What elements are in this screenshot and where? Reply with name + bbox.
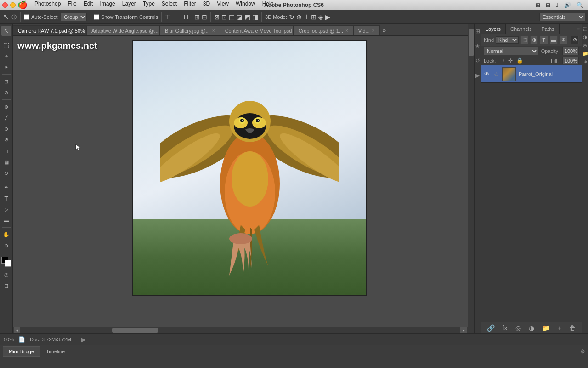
layer-item-parrot[interactable]: 👁 ◎ Parrot_Original xyxy=(481,65,582,83)
view-menu[interactable]: View xyxy=(217,0,229,9)
path-selection-tool[interactable]: ▷ xyxy=(1,204,11,214)
filter-toggle[interactable]: ⊘ xyxy=(571,36,579,44)
quick-select-tool[interactable]: ⁕ xyxy=(1,62,11,72)
three-d-scale-icon[interactable]: ◈ xyxy=(318,13,323,21)
adjustment-filter-icon[interactable]: ◑ xyxy=(530,36,538,44)
tabs-more-button[interactable]: » xyxy=(380,25,389,35)
window-menu[interactable]: Window xyxy=(236,0,255,9)
auto-select-checkbox[interactable] xyxy=(24,14,29,20)
tab-blur-gallery[interactable]: Blur Gallery.jpg @... × xyxy=(160,25,220,35)
clone-stamp-tool[interactable]: ⊕ xyxy=(1,124,11,134)
history-icon[interactable]: ↺ xyxy=(475,55,481,66)
help-menu[interactable]: Help xyxy=(262,0,274,9)
auto-select-dropdown[interactable]: Group Layer xyxy=(61,13,87,21)
pen-tool[interactable]: ✒ xyxy=(1,182,11,192)
align-bottom-icon[interactable]: ⊣ xyxy=(180,13,185,21)
type-filter-icon[interactable]: T xyxy=(540,36,548,44)
align-vert-center-icon[interactable]: ⊥ xyxy=(172,13,178,21)
dodge-tool[interactable]: ⊙ xyxy=(1,168,11,178)
background-color[interactable] xyxy=(5,260,11,267)
delete-layer-icon[interactable]: 🗑 xyxy=(569,324,576,332)
brush-tool[interactable]: ╱ xyxy=(1,113,11,123)
panel-options-icon[interactable]: ≡ xyxy=(575,24,582,34)
filter-menu[interactable]: Filter xyxy=(184,0,196,9)
three-d-rotate-icon[interactable]: ↻ xyxy=(289,13,294,21)
fr-icon-3[interactable]: ◎ xyxy=(582,42,588,48)
type-menu[interactable]: Type xyxy=(143,0,155,9)
scroll-left-arrow[interactable]: ◂ xyxy=(14,327,20,334)
file-menu[interactable]: File xyxy=(68,0,76,9)
align-right-icon[interactable]: ⊟ xyxy=(202,13,207,21)
fr-icon-1[interactable]: ⬚ xyxy=(582,26,588,31)
horizontal-scrollbar[interactable]: ◂ ▸ xyxy=(13,327,468,333)
tab-close-5[interactable]: × xyxy=(345,28,348,33)
blend-mode-dropdown[interactable]: Normal Multiply Screen Overlay xyxy=(484,47,538,55)
three-d-pan-icon[interactable]: ✛ xyxy=(304,13,309,21)
essentials-dropdown[interactable]: Essentials Design Painting xyxy=(539,13,585,21)
timeline-tab[interactable]: Timeline xyxy=(40,346,71,356)
select-menu[interactable]: Select xyxy=(162,0,177,9)
smart-filter-icon[interactable]: ⊕ xyxy=(560,36,567,44)
align-top-icon[interactable]: ⊤ xyxy=(165,13,170,21)
status-arrow-icon[interactable]: ▶ xyxy=(81,336,86,343)
add-style-icon[interactable]: fx xyxy=(503,324,508,332)
minimize-button[interactable] xyxy=(10,2,16,8)
distribute-icons-2[interactable]: ⊡ xyxy=(221,13,227,21)
distribute-icons-6[interactable]: ◨ xyxy=(252,13,258,21)
layer-visibility-toggle[interactable]: 👁 xyxy=(484,71,490,77)
layers-tab[interactable]: Layers xyxy=(481,24,506,34)
photoshop-menu[interactable]: Photoshop xyxy=(34,0,61,9)
canvas-scroll-area[interactable]: www.pkgames.net xyxy=(13,36,468,327)
add-mask-icon[interactable]: ◎ xyxy=(515,324,521,332)
distribute-icons[interactable]: ⊠ xyxy=(214,13,220,21)
add-group-icon[interactable]: 📁 xyxy=(542,324,550,332)
close-button[interactable] xyxy=(2,2,8,8)
distribute-icons-3[interactable]: ◫ xyxy=(229,13,235,21)
vscroll-thumb[interactable] xyxy=(469,29,474,56)
paths-tab[interactable]: Paths xyxy=(537,24,560,34)
fr-icon-4[interactable]: 📁 xyxy=(582,51,588,56)
lock-all-icon[interactable]: 🔒 xyxy=(516,58,523,64)
three-d-roll-icon[interactable]: ⊕ xyxy=(296,13,302,21)
type-tool[interactable]: T xyxy=(1,193,11,203)
eraser-tool[interactable]: ◻ xyxy=(1,146,11,156)
align-horiz-center-icon[interactable]: ⊞ xyxy=(194,13,200,21)
pixel-filter-icon[interactable]: ⬚ xyxy=(520,36,528,44)
marquee-tool[interactable]: ⬚ xyxy=(1,40,11,50)
show-transform-checkbox[interactable] xyxy=(94,14,99,20)
tab-adaptive-wide[interactable]: Adaptive Wide Angle.psd @... × xyxy=(86,25,160,35)
apple-menu[interactable]: 🍎 xyxy=(18,0,28,9)
move-tool[interactable]: ↖ xyxy=(1,26,11,36)
tab-close-3[interactable]: × xyxy=(212,28,215,33)
tab-content-aware[interactable]: Content Aware Move Tool.psd × xyxy=(220,25,294,35)
screen-mode-icon[interactable]: ⊟ xyxy=(1,281,11,291)
new-layer-icon[interactable]: + xyxy=(558,324,561,332)
bottom-settings-icon[interactable]: ⚙ xyxy=(580,348,585,355)
vertical-scrollbar[interactable] xyxy=(468,24,474,333)
distribute-icons-5[interactable]: ◩ xyxy=(244,13,250,21)
opacity-input[interactable] xyxy=(562,47,579,55)
adjustments-icon[interactable]: ⊞ xyxy=(475,26,481,37)
eyedropper-tool[interactable]: ⊘ xyxy=(1,87,11,98)
link-layers-icon[interactable]: 🔗 xyxy=(487,324,495,332)
three-d-menu[interactable]: 3D xyxy=(203,0,210,9)
spot-heal-tool[interactable]: ⊛ xyxy=(1,102,11,112)
kind-dropdown[interactable]: Kind Name Effect xyxy=(496,36,519,44)
gradient-tool[interactable]: ▦ xyxy=(1,157,11,167)
actions-icon[interactable]: ▶ xyxy=(475,70,481,81)
crop-tool[interactable]: ⊡ xyxy=(1,76,11,86)
tab-close-6[interactable]: × xyxy=(372,28,375,33)
scroll-right-arrow[interactable]: ▸ xyxy=(460,327,467,334)
lasso-tool[interactable]: ⌖ xyxy=(1,51,11,61)
add-adjustment-icon[interactable]: ◑ xyxy=(529,324,534,332)
color-swatch[interactable] xyxy=(1,257,11,267)
lock-position-icon[interactable]: ✛ xyxy=(508,58,513,64)
fr-icon-2[interactable]: ◑ xyxy=(582,34,588,40)
three-d-slide-icon[interactable]: ⊞ xyxy=(311,13,317,21)
distribute-icons-4[interactable]: ◪ xyxy=(237,13,243,21)
image-menu[interactable]: Image xyxy=(100,0,115,9)
zoom-tool[interactable]: ⊕ xyxy=(1,241,11,251)
styles-icon[interactable]: ★ xyxy=(475,40,481,52)
three-d-video-icon[interactable]: ▶ xyxy=(325,13,330,21)
tab-vid[interactable]: Vid... × xyxy=(353,25,380,35)
